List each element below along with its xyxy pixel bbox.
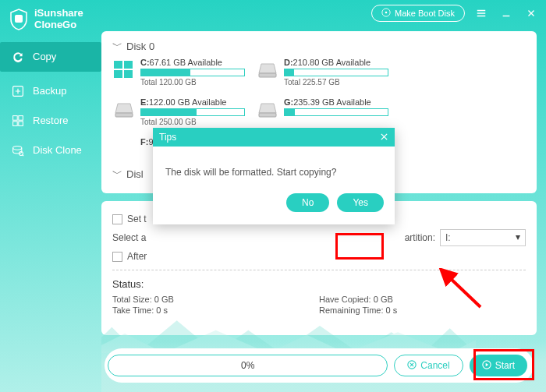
drive-icon (256, 99, 279, 119)
partition-available: 210.80 GB Available (293, 58, 370, 67)
dialog-no-button[interactable]: No (286, 193, 329, 212)
dialog-yes-label: Yes (353, 197, 368, 208)
brand-logo-icon (9, 9, 28, 30)
dialog-yes-button[interactable]: Yes (337, 193, 384, 212)
bottom-bar: 0% Cancel Start (105, 348, 534, 383)
partition-available: 67.61 GB Available (150, 58, 222, 67)
svg-rect-3 (19, 115, 23, 120)
sidebar-item-disk-clone[interactable]: Disk Clone (0, 136, 101, 165)
partition-c[interactable]: C:67.61 GB Available Total 120.00 GB (112, 58, 245, 87)
svg-rect-11 (124, 61, 133, 69)
partition-letter: D: (284, 58, 293, 67)
set-checkbox[interactable] (112, 214, 122, 224)
svg-rect-13 (124, 70, 133, 78)
sidebar-item-label: Disk Clone (33, 144, 82, 156)
search-disk-icon (11, 143, 25, 157)
cancel-icon (407, 360, 417, 372)
set-label: Set t (127, 214, 147, 224)
brand-line-2: CloneGo (34, 19, 83, 31)
sidebar-item-restore[interactable]: Restore (0, 106, 101, 136)
svg-rect-5 (19, 122, 23, 126)
partition-available: 235.39 GB Available (293, 97, 370, 107)
dialog-message: The disk will be formatted. Start copyin… (165, 167, 336, 178)
status-title: Status: (112, 278, 526, 290)
sidebar-item-label: Copy (33, 51, 56, 62)
target-partition-select[interactable]: I: (440, 229, 526, 246)
svg-rect-12 (114, 70, 122, 78)
plus-square-icon (11, 84, 25, 98)
svg-point-6 (13, 146, 22, 150)
sidebar-item-label: Restore (33, 115, 69, 126)
partition-letter: F: (140, 137, 148, 147)
play-icon (482, 360, 491, 372)
disk0-title: Disk 0 (126, 41, 154, 52)
partition-g[interactable]: G:235.39 GB Available (256, 97, 388, 126)
status-have-copied: Have Copied: 0 GB (319, 295, 526, 304)
target-partition-value: I: (445, 232, 451, 243)
partition-available: 122.00 GB Available (149, 97, 226, 107)
chevron-down-icon: ﹀ (112, 39, 122, 53)
select-prefix: Select a (112, 232, 146, 243)
drive-icon (112, 99, 136, 119)
svg-rect-10 (114, 61, 122, 69)
dialog-close-button[interactable] (380, 131, 388, 143)
tips-dialog: Tips The disk will be formatted. Start c… (153, 128, 395, 224)
svg-rect-0 (15, 15, 23, 23)
partition-total: Total 250.00 GB (140, 118, 245, 126)
cancel-label: Cancel (420, 360, 449, 371)
partition-total: Total 120.00 GB (140, 78, 245, 87)
sidebar-item-copy[interactable]: Copy (0, 42, 101, 72)
brand: iSunshare CloneGo (0, 0, 101, 42)
drive-icon (256, 59, 279, 79)
drive-icon (112, 139, 136, 159)
usage-bar (140, 108, 245, 116)
partition-letter: E: (140, 97, 149, 107)
sidebar-item-backup[interactable]: Backup (0, 76, 101, 106)
partition-e[interactable]: E:122.00 GB Available Total 250.00 GB (112, 97, 245, 126)
partition-d[interactable]: D:210.80 GB Available Total 225.57 GB (256, 58, 388, 87)
progress-indicator: 0% (108, 355, 388, 376)
partition-total: Total 225.57 GB (284, 78, 388, 87)
partition-letter: G: (284, 97, 293, 107)
svg-rect-15 (115, 113, 133, 117)
grid-icon (11, 114, 25, 128)
refresh-icon (11, 50, 25, 64)
progress-text: 0% (241, 360, 254, 371)
start-button[interactable]: Start (470, 355, 527, 376)
cancel-button[interactable]: Cancel (394, 355, 463, 376)
partition-letter: C: (140, 58, 150, 67)
brand-line-1: iSunshare (34, 8, 83, 19)
usage-bar (284, 108, 388, 116)
after-checkbox[interactable] (112, 252, 122, 262)
svg-rect-16 (259, 113, 276, 117)
usage-bar (284, 69, 388, 76)
svg-rect-4 (13, 122, 18, 126)
dialog-title: Tips (159, 132, 176, 143)
chevron-down-icon: ﹀ (112, 167, 122, 181)
dialog-no-label: No (302, 197, 314, 208)
sidebar-item-label: Backup (33, 85, 66, 97)
svg-rect-14 (259, 73, 276, 77)
usage-bar (140, 69, 245, 76)
svg-rect-2 (13, 115, 18, 120)
target-partition-label: artition: (405, 232, 435, 243)
disk1-title: Disl (126, 168, 144, 180)
status-total-size: Total Size: 0 GB (112, 295, 319, 304)
disk0-toggle[interactable]: ﹀ Disk 0 (112, 39, 526, 53)
start-label: Start (495, 360, 515, 371)
after-label: After (127, 251, 147, 262)
windows-drive-icon (112, 59, 136, 79)
